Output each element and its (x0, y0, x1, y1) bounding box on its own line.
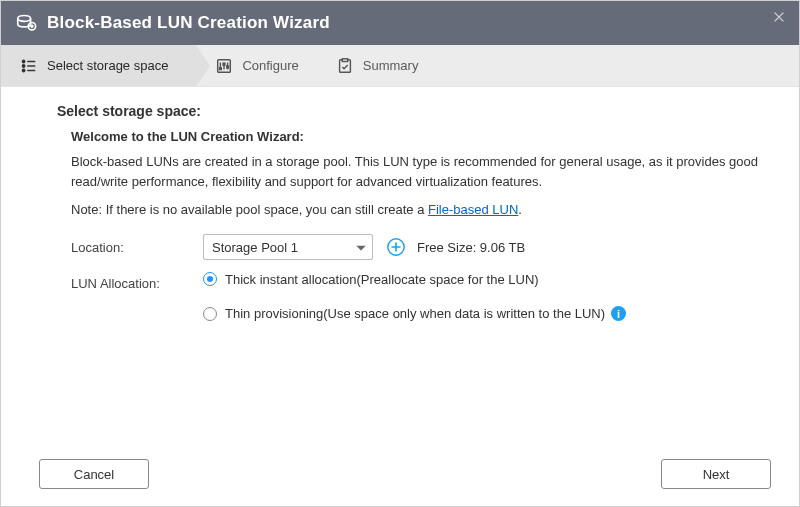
page-description: Block-based LUNs are created in a storag… (71, 152, 769, 192)
svg-rect-7 (224, 63, 226, 65)
free-size-label: Free Size: 9.06 TB (417, 240, 525, 255)
footer: Cancel Next (1, 442, 799, 506)
svg-point-0 (18, 15, 31, 21)
file-based-lun-link[interactable]: File-based LUN (428, 202, 518, 217)
radio-thin[interactable] (203, 307, 217, 321)
allocation-row: LUN Allocation: Thick instant allocation… (71, 270, 769, 296)
content-area: Select storage space: Welcome to the LUN… (1, 87, 799, 321)
svg-point-2 (22, 60, 24, 62)
info-icon[interactable]: i (611, 306, 626, 321)
svg-point-3 (22, 64, 24, 66)
svg-rect-8 (227, 66, 229, 68)
chevron-down-icon (356, 240, 366, 255)
svg-point-4 (22, 69, 24, 71)
location-row: Location: Storage Pool 1 Free Size: 9.06… (71, 234, 769, 260)
window-title: Block-Based LUN Creation Wizard (47, 13, 330, 33)
step-select-storage[interactable]: Select storage space (1, 45, 196, 86)
radio-thin-label: Thin provisioning(Use space only when da… (225, 306, 605, 321)
note-prefix: Note: If there is no available pool spac… (71, 202, 428, 217)
note-suffix: . (518, 202, 522, 217)
cancel-button[interactable]: Cancel (39, 459, 149, 489)
close-icon[interactable] (769, 7, 789, 27)
page-subheading: Welcome to the LUN Creation Wizard: (71, 129, 769, 144)
location-select[interactable]: Storage Pool 1 (203, 234, 373, 260)
titlebar: Block-Based LUN Creation Wizard (1, 1, 799, 45)
location-label: Location: (71, 240, 203, 255)
add-storage-pool-button[interactable] (385, 236, 407, 258)
wizard-steps: Select storage space Configure Summary (1, 45, 799, 87)
radio-thick[interactable] (203, 272, 217, 286)
allocation-option-thin[interactable]: Thin provisioning(Use space only when da… (203, 306, 769, 321)
list-icon (19, 56, 39, 76)
step-summary[interactable]: Summary (317, 45, 437, 86)
svg-rect-10 (342, 58, 347, 61)
clipboard-check-icon (335, 56, 355, 76)
step-label: Configure (242, 58, 298, 73)
page-heading: Select storage space: (57, 103, 769, 119)
step-label: Select storage space (47, 58, 168, 73)
step-configure[interactable]: Configure (196, 45, 316, 86)
app-icon (15, 12, 37, 34)
sliders-icon (214, 56, 234, 76)
svg-rect-6 (220, 67, 222, 69)
radio-thick-label: Thick instant allocation(Preallocate spa… (225, 272, 539, 287)
next-button[interactable]: Next (661, 459, 771, 489)
note-line: Note: If there is no available pool spac… (71, 200, 769, 220)
step-label: Summary (363, 58, 419, 73)
location-value: Storage Pool 1 (212, 240, 298, 255)
allocation-label: LUN Allocation: (71, 276, 203, 291)
allocation-option-thick[interactable]: Thick instant allocation(Preallocate spa… (203, 272, 539, 287)
